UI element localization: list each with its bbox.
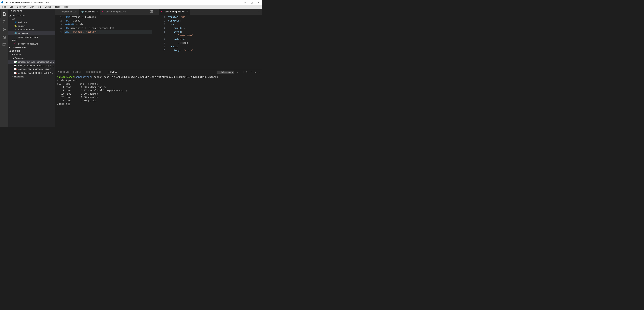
editor-tab[interactable]: ≡requirements.txt xyxy=(56,9,79,15)
code-line: - "5000:5000" xyxy=(167,34,255,38)
more-icon[interactable]: ⋯ xyxy=(155,11,157,13)
panel-tab-output[interactable]: OUTPUT xyxy=(73,70,82,74)
file-label: requirements.txt xyxy=(18,28,34,31)
docker-icon: 🐳 xyxy=(14,32,17,35)
code-line: image: "redis" xyxy=(167,49,255,52)
kill-terminal-icon[interactable]: 🗑 xyxy=(246,71,248,73)
docker-node[interactable]: ▸Registries xyxy=(8,75,56,79)
close-icon[interactable]: × xyxy=(96,11,98,13)
docker-node[interactable]: ▸Images xyxy=(8,53,56,56)
editor-tab[interactable]: ❯_docker-compose.yml× xyxy=(159,9,190,15)
code-line: services: xyxy=(167,19,255,23)
window-title: Dockerfile - composetest - Visual Studio… xyxy=(5,1,49,4)
editor-group-left: ≡requirements.txt🐳Dockerfile×❯_docker-co… xyxy=(56,9,159,69)
container-label: composetest_web (composetest_web... xyxy=(18,61,54,63)
line-gutter: 12345 xyxy=(56,15,64,69)
open-editors-group: LEFT xyxy=(8,17,56,20)
panel-tab-terminal[interactable]: TERMINAL xyxy=(107,70,118,74)
code-line: ports: xyxy=(167,30,255,34)
chevron-right-icon: ▸ xyxy=(12,53,13,56)
container-icon xyxy=(14,72,16,74)
code-line: RUN pip install -r requirements.txt xyxy=(64,26,152,30)
minimap[interactable] xyxy=(255,15,262,69)
svg-point-0 xyxy=(3,20,5,22)
code-editor-right[interactable]: 12345678910 version: '3'services: web: b… xyxy=(159,15,262,69)
code-line: CMD ["python", "app.py"] xyxy=(64,30,152,34)
new-terminal-icon[interactable]: ＋ xyxy=(236,71,238,74)
open-editor-item[interactable]: 🐍app.py xyxy=(8,24,56,28)
menu-help[interactable]: Help xyxy=(62,5,70,9)
menu-bar: FileEditSelectionViewGoDebugTasksHelp xyxy=(0,5,262,9)
menu-go[interactable]: Go xyxy=(36,5,43,9)
vscode-logo-icon xyxy=(1,1,4,4)
minimap[interactable] xyxy=(152,15,159,69)
chevron-up-icon[interactable]: ＾ xyxy=(250,71,252,74)
svg-rect-6 xyxy=(3,44,5,45)
open-editor-item[interactable]: Welcome xyxy=(8,20,56,24)
activity-explorer-icon[interactable] xyxy=(0,10,8,18)
open-editor-item[interactable]: ❯_docker-compose.yml xyxy=(8,35,56,39)
terminal-select[interactable]: 1: Shell: compo ▾ xyxy=(216,71,234,74)
menu-edit[interactable]: Edit xyxy=(8,5,15,9)
activity-search-icon[interactable] xyxy=(0,18,8,26)
activity-debug-icon[interactable] xyxy=(0,33,8,41)
window-minimize-icon[interactable]: ─ xyxy=(244,1,246,4)
container-item[interactable]: sha256:a187efbb940004f4cb1a0706c1... xyxy=(8,71,56,75)
line-gutter: 12345678910 xyxy=(159,15,167,69)
code-editor-left[interactable]: 12345 FROM python:3.4-alpineADD . /codeW… xyxy=(56,15,159,69)
panel-tab-problems[interactable]: PROBLEMS xyxy=(57,70,69,74)
split-editor-icon[interactable] xyxy=(150,10,153,13)
maximize-panel-icon[interactable]: ▭ xyxy=(254,71,256,73)
file-label: docker-compose.yml xyxy=(18,43,38,45)
chevron-right-icon: ▸ xyxy=(10,46,11,48)
menu-tasks[interactable]: Tasks xyxy=(53,5,62,9)
more-icon[interactable]: ⋯ xyxy=(258,11,260,13)
code-line: FROM python:3.4-alpine xyxy=(64,15,152,19)
close-icon[interactable]: × xyxy=(186,11,188,13)
menu-debug[interactable]: Debug xyxy=(43,5,53,9)
file-label: Dockerfile xyxy=(18,32,28,35)
panel-tab-row: PROBLEMSOUTPUTDEBUG CONSOLETERMINAL1: Sh… xyxy=(56,69,262,75)
editor-tab[interactable]: ❯_docker-compose.yml xyxy=(100,9,128,15)
container-item[interactable]: composetest_web (composetest_web... xyxy=(8,60,56,64)
section-docker[interactable]: ◢ DOCKER xyxy=(8,49,56,53)
section-folder[interactable]: ▸ COMPOSETEST xyxy=(8,46,56,49)
container-icon xyxy=(14,64,16,67)
container-item[interactable]: sha256:a187efbb940004f4cb1a0706c1... xyxy=(8,67,56,71)
activity-docker-icon[interactable] xyxy=(0,41,8,49)
window-close-icon[interactable]: ✕ xyxy=(258,1,260,4)
tab-label: Dockerfile xyxy=(85,11,95,13)
panel-tab-debug-console[interactable]: DEBUG CONSOLE xyxy=(85,70,104,74)
compose-icon: ❯_ xyxy=(14,36,17,38)
tab-label: requirements.txt xyxy=(62,11,77,13)
activity-bar xyxy=(0,9,8,127)
svg-point-3 xyxy=(5,29,6,30)
menu-selection[interactable]: Selection xyxy=(15,5,28,9)
editor-tab[interactable]: 🐳Dockerfile× xyxy=(79,9,100,15)
container-label: sha256:a187efbb940004f4cb1a0706c1... xyxy=(18,68,54,71)
activity-source-control-icon[interactable] xyxy=(0,26,8,33)
sidebar-title: EXPLORER xyxy=(8,9,56,14)
split-terminal-icon[interactable] xyxy=(241,71,244,74)
close-panel-icon[interactable]: ✕ xyxy=(259,71,260,73)
docker-node[interactable]: ◢Containers xyxy=(8,56,56,60)
code-line: ADD . /code xyxy=(64,19,152,23)
file-label: Welcome xyxy=(18,21,27,24)
open-editor-item[interactable]: ≡requirements.txt xyxy=(8,28,56,32)
menu-view[interactable]: View xyxy=(28,5,36,9)
window-maximize-icon[interactable]: ▢ xyxy=(251,1,253,4)
tab-label: docker-compose.yml xyxy=(106,11,126,13)
docker-icon: 🐳 xyxy=(81,11,84,13)
section-open-editors[interactable]: ◢ OPEN EDITORS xyxy=(8,14,56,17)
tab-row-right: ❯_docker-compose.yml×⋯ xyxy=(159,9,262,15)
window-title-bar: Dockerfile - composetest - Visual Studio… xyxy=(0,0,262,5)
file-label: app.py xyxy=(18,25,25,27)
code-line: - .:/code xyxy=(167,41,255,45)
menu-file[interactable]: File xyxy=(1,5,8,9)
container-item[interactable]: redis (composetest_redis_1) (Up 8 min... xyxy=(8,64,56,67)
open-editor-item[interactable]: ❯_docker-compose.yml xyxy=(8,42,56,46)
code-line: version: '3' xyxy=(167,15,255,19)
compose-icon: ❯_ xyxy=(161,11,164,13)
terminal[interactable]: marc@ulysses:composetest$ docker exec -i… xyxy=(56,75,262,127)
container-label: sha256:a187efbb940004f4cb1a0706c1... xyxy=(18,72,54,74)
